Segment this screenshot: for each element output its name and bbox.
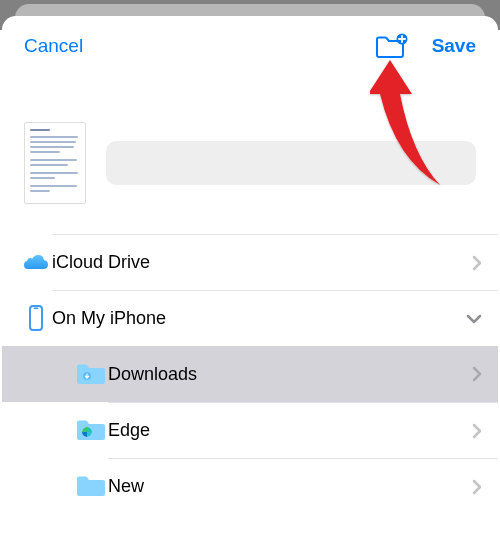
toolbar: Cancel Save [2, 16, 498, 74]
chevron-right-icon [472, 423, 482, 439]
toolbar-right-group: Save [374, 32, 476, 60]
file-save-sheet: Cancel Save [2, 16, 498, 541]
document-thumbnail[interactable] [24, 122, 86, 204]
location-label: New [108, 476, 454, 497]
save-button[interactable]: Save [432, 35, 476, 57]
chevron-right-icon [472, 255, 482, 271]
location-label: Edge [108, 420, 454, 441]
chevron-down-icon [466, 314, 482, 324]
location-row-downloads[interactable]: Downloads [2, 346, 498, 402]
location-label: On My iPhone [52, 308, 448, 329]
svg-rect-1 [30, 306, 42, 330]
location-row-icloud-drive[interactable]: iCloud Drive [2, 234, 498, 290]
location-row-new[interactable]: New [2, 458, 498, 514]
svg-rect-2 [34, 308, 39, 310]
location-row-on-my-iphone[interactable]: On My iPhone [2, 290, 498, 346]
cancel-button[interactable]: Cancel [24, 35, 83, 57]
cloud-icon [20, 252, 52, 272]
location-label: Downloads [108, 364, 454, 385]
location-row-edge[interactable]: Edge [2, 402, 498, 458]
preview-section [2, 74, 498, 226]
folder-icon [74, 473, 108, 499]
folder-edge-icon [74, 417, 108, 443]
location-list: iCloud Drive On My iPhone [2, 234, 498, 514]
filename-input[interactable] [106, 141, 476, 185]
new-folder-button[interactable] [374, 32, 408, 60]
new-folder-plus-icon [374, 32, 408, 60]
iphone-icon [20, 304, 52, 332]
chevron-right-icon [472, 479, 482, 495]
folder-download-icon [74, 361, 108, 387]
location-label: iCloud Drive [52, 252, 454, 273]
chevron-right-icon [472, 366, 482, 382]
